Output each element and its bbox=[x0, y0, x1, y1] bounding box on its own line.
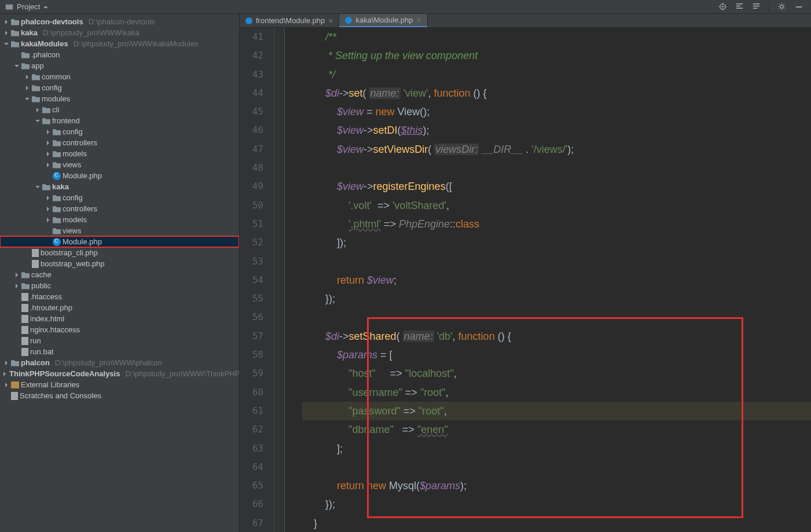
code-line[interactable]: '.phtml' => PhpEngine::class bbox=[302, 215, 811, 233]
chevron-icon[interactable] bbox=[24, 98, 30, 100]
tree-node[interactable]: cli bbox=[0, 104, 239, 115]
collapse-all-icon[interactable] bbox=[752, 2, 761, 11]
chevron-icon[interactable] bbox=[24, 75, 30, 79]
code-line[interactable]: } bbox=[302, 514, 811, 532]
chevron-icon[interactable] bbox=[3, 43, 9, 45]
tree-node[interactable]: cache bbox=[0, 269, 239, 280]
tree-node[interactable]: index.html bbox=[0, 313, 239, 324]
tree-node[interactable]: common bbox=[0, 71, 239, 82]
tree-node-label: run.bat bbox=[30, 347, 53, 356]
chevron-icon[interactable] bbox=[3, 31, 9, 35]
code-line[interactable]: ]; bbox=[302, 439, 811, 458]
code-line[interactable]: ]); bbox=[302, 233, 811, 252]
editor-tab[interactable]: kaka\Module.php× bbox=[339, 14, 427, 27]
chevron-icon[interactable] bbox=[24, 86, 30, 90]
code-line[interactable]: * Setting up the view component bbox=[302, 46, 811, 65]
chevron-icon[interactable] bbox=[45, 207, 51, 211]
chevron-icon[interactable] bbox=[3, 361, 9, 365]
tree-node[interactable]: kakaD:\phpstudy_pro\WWW\kaka bbox=[0, 27, 239, 38]
tree-node[interactable]: nginx.htaccess bbox=[0, 324, 239, 335]
hide-icon[interactable] bbox=[794, 2, 803, 11]
project-dropdown[interactable]: Project bbox=[0, 2, 48, 11]
tree-node[interactable]: views bbox=[0, 225, 239, 236]
tree-node[interactable]: controllers bbox=[0, 137, 239, 148]
tree-node[interactable]: modules bbox=[0, 93, 239, 104]
tree-node[interactable]: External Libraries bbox=[0, 379, 239, 390]
tree-node[interactable]: phalconD:\phpstudy_pro\WWW\phalcon bbox=[0, 357, 239, 368]
code-line[interactable] bbox=[302, 308, 811, 326]
tree-node[interactable]: Scratches and Consoles bbox=[0, 390, 239, 401]
tree-node[interactable]: .phalcon bbox=[0, 49, 239, 60]
tree-node[interactable]: run bbox=[0, 335, 239, 346]
tree-node[interactable]: Module.php bbox=[0, 236, 239, 247]
code-line[interactable] bbox=[302, 252, 811, 271]
tree-node[interactable]: views bbox=[0, 159, 239, 170]
file-icon bbox=[11, 392, 18, 400]
code-line[interactable]: /** bbox=[302, 28, 811, 46]
editor-tab[interactable]: frontend\Module.php× bbox=[240, 14, 339, 27]
tree-node[interactable]: config bbox=[0, 82, 239, 93]
chevron-icon[interactable] bbox=[45, 152, 51, 156]
code-line[interactable]: "dbname" => "enen" bbox=[302, 420, 811, 439]
code-line[interactable]: "host" => "localhost", bbox=[302, 364, 811, 383]
gear-icon[interactable] bbox=[777, 2, 786, 11]
code-line[interactable]: $di->setShared( name: 'db', function () … bbox=[302, 327, 811, 346]
chevron-icon[interactable] bbox=[35, 120, 41, 122]
close-icon[interactable]: × bbox=[416, 16, 421, 24]
code-line[interactable]: }); bbox=[302, 289, 811, 308]
chevron-icon[interactable] bbox=[45, 163, 51, 167]
tree-node[interactable]: bootstrap_cli.php bbox=[0, 247, 239, 258]
close-icon[interactable]: × bbox=[328, 17, 333, 25]
chevron-icon[interactable] bbox=[3, 383, 9, 387]
tree-node[interactable]: run.bat bbox=[0, 346, 239, 357]
tree-node[interactable]: ThinkPHPSourceCodeAnalysisD:\phpstudy_pr… bbox=[0, 368, 239, 379]
tree-node[interactable]: kaka bbox=[0, 181, 239, 192]
code-line[interactable]: $view->setViewsDir( viewsDir: __DIR__ . … bbox=[302, 140, 811, 159]
tree-node[interactable]: .htaccess bbox=[0, 291, 239, 302]
tree-node[interactable]: phalcon-devtoolsD:\phalcon-devtools bbox=[0, 16, 239, 27]
code-line[interactable]: "password" => "root", bbox=[302, 402, 811, 420]
chevron-icon[interactable] bbox=[45, 141, 51, 145]
tree-node[interactable]: app bbox=[0, 60, 239, 71]
code-line[interactable]: "username" => "root", bbox=[302, 383, 811, 402]
chevron-icon[interactable] bbox=[45, 196, 51, 200]
code-line[interactable]: }); bbox=[302, 495, 811, 513]
code-line[interactable] bbox=[302, 159, 811, 177]
chevron-icon[interactable] bbox=[3, 372, 6, 376]
code-line[interactable] bbox=[302, 458, 811, 476]
chevron-icon[interactable] bbox=[14, 284, 20, 288]
tree-node[interactable]: .htrouter.php bbox=[0, 302, 239, 313]
code-line[interactable]: $view = new View(); bbox=[302, 102, 811, 121]
tree-node[interactable]: models bbox=[0, 214, 239, 225]
code-line[interactable]: $di->set( name: 'view', function () { bbox=[302, 84, 811, 102]
code-line[interactable]: return new Mysql($params); bbox=[302, 476, 811, 495]
code-line[interactable]: '.volt' => 'voltShared', bbox=[302, 196, 811, 215]
tree-node-label: ThinkPHPSourceCodeAnalysis bbox=[9, 369, 120, 378]
php-file-icon bbox=[245, 17, 252, 24]
chevron-icon[interactable] bbox=[45, 218, 51, 222]
code-line[interactable]: $view->setDI($this); bbox=[302, 121, 811, 140]
tree-node[interactable]: bootstrap_web.php bbox=[0, 258, 239, 269]
chevron-icon[interactable] bbox=[14, 273, 20, 277]
code-line[interactable]: $view->registerEngines([ bbox=[302, 177, 811, 196]
tree-node[interactable]: config bbox=[0, 126, 239, 137]
tree-node[interactable]: public bbox=[0, 280, 239, 291]
chevron-icon[interactable] bbox=[45, 130, 51, 134]
tree-node[interactable]: models bbox=[0, 148, 239, 159]
tree-node[interactable]: config bbox=[0, 192, 239, 203]
chevron-icon[interactable] bbox=[35, 186, 41, 188]
expand-all-icon[interactable] bbox=[735, 2, 744, 11]
code-line[interactable]: $params = [ bbox=[302, 346, 811, 364]
project-tree[interactable]: phalcon-devtoolsD:\phalcon-devtoolskakaD… bbox=[0, 14, 239, 401]
code-line[interactable]: */ bbox=[302, 65, 811, 84]
tree-node[interactable]: kakaModulesD:\phpstudy_pro\WWW\kakaModul… bbox=[0, 38, 239, 49]
target-icon[interactable] bbox=[718, 2, 727, 11]
tree-node[interactable]: frontend bbox=[0, 115, 239, 126]
tree-node[interactable]: Module.php bbox=[0, 170, 239, 181]
chevron-icon[interactable] bbox=[35, 108, 41, 112]
code-line[interactable]: return $view; bbox=[302, 271, 811, 289]
code-view[interactable]: /** * Setting up the view component */ $… bbox=[285, 28, 811, 532]
chevron-icon[interactable] bbox=[14, 65, 20, 67]
chevron-icon[interactable] bbox=[3, 20, 9, 24]
tree-node[interactable]: controllers bbox=[0, 203, 239, 214]
